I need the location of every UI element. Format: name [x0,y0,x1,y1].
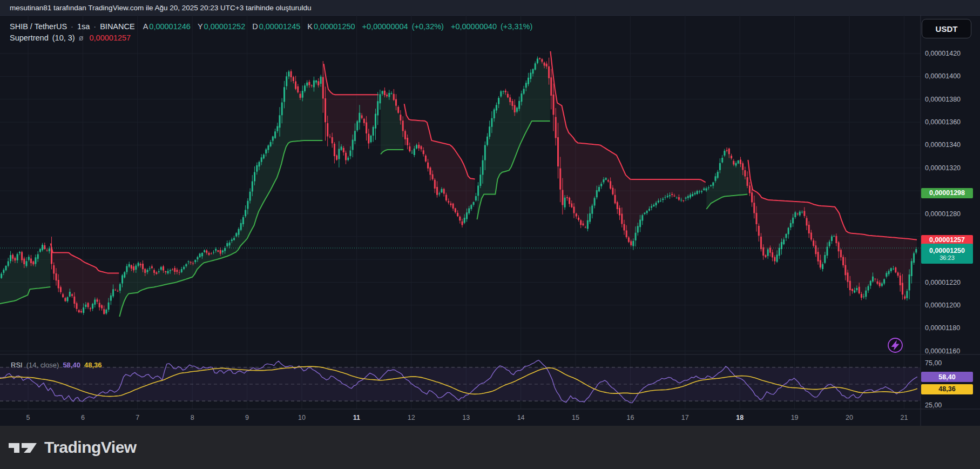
tradingview-logo-text: TradingView [44,438,137,457]
tradingview-snapshot: mesutinan81 tarafından TradingView.com i… [0,0,980,469]
price-tick-label: 0,00001420 [925,50,961,57]
supertrend-params: (10, 3) [52,34,75,42]
legend-separator: · [93,22,96,31]
price-chart-canvas[interactable] [0,0,980,469]
rsi-ma-value-badge: 48,36 [921,384,973,394]
time-tick-label: 13 [462,414,470,421]
time-tick-label: 7 [136,414,139,421]
symbol-interval: 1sa [77,22,90,31]
time-tick-label: 19 [791,414,799,421]
rsi-name: RSI [11,361,23,369]
price-tick-label: 0,00001280 [925,210,961,218]
last-price-badge: 0,0000125036:23 [921,244,973,264]
close-value: K0,00001250 [307,22,355,31]
price-tick-label: 0,00001380 [925,96,961,103]
price-tick-label: 0,00001340 [925,141,961,149]
tradingview-logo-icon [9,439,38,455]
price-tick-label: 0,00001320 [925,164,961,172]
currency-toggle-button[interactable]: USDT [922,19,971,38]
time-tick-label: 12 [408,414,415,421]
time-tick-label: 18 [736,414,744,421]
symbol-exchange: BINANCE [100,22,134,31]
change2-absolute: +0,00000040 [451,22,497,31]
high-value: Y0,00001252 [198,22,245,31]
price-tick-label: 0,00001360 [925,118,961,126]
change2-percent: (+3,31%) [501,22,532,31]
lightning-button[interactable] [888,338,902,352]
time-tick-label: 16 [626,414,634,421]
supertrend-value: 0,00001257 [90,34,131,42]
time-tick-label: 15 [572,414,579,421]
footer-bar: TradingView [0,426,980,469]
rsi-tick-label: 75,00 [925,359,942,367]
price-tick-label: 0,00001400 [925,72,961,80]
price-tick-label: 0,00001220 [925,279,961,286]
time-tick-label: 5 [26,414,30,421]
rsi-tick-label: 25,00 [925,401,942,409]
price-tick-label: 0,00001180 [925,324,960,332]
supertrend-up-price-badge: 0,00001298 [921,188,973,198]
time-tick-label: 11 [353,414,360,421]
open-value: A0,00001246 [143,22,191,31]
time-tick-label: 8 [191,414,194,421]
time-tick-label: 6 [81,414,85,421]
low-value: D0,00001245 [252,22,300,31]
price-tick-label: 0,00001160 [925,347,960,355]
symbol-name: SHIB / TetherUS [10,22,67,31]
time-tick-label: 10 [298,414,306,421]
symbol-legend-row[interactable]: SHIB / TetherUS · 1sa · BINANCE A0,00001… [10,21,532,32]
rsi-value: 58,40 [63,361,80,369]
chart-legend[interactable]: SHIB / TetherUS · 1sa · BINANCE A0,00001… [10,21,532,43]
time-tick-label: 14 [517,414,525,421]
supertrend-source-icon: ø [79,34,84,42]
time-tick-label: 17 [681,414,689,421]
rsi-legend-row[interactable]: RSI (14, close) 58,40 48,36 [11,361,102,369]
rsi-ma-value: 48,36 [84,361,102,369]
legend-separator: · [71,22,73,31]
price-tick-label: 0,00001200 [925,302,961,309]
change-percent: (+0,32%) [412,22,444,31]
time-tick-label: 20 [846,414,853,421]
bar-countdown: 36:23 [940,254,955,261]
time-tick-label: 9 [245,414,249,421]
tradingview-logo[interactable]: TradingView [9,438,137,457]
supertrend-legend-row[interactable]: Supertrend (10, 3) ø 0,00001257 [10,32,532,43]
rsi-params: (14, close) [26,361,59,369]
change-absolute: +0,00000004 [362,22,408,31]
rsi-value-badge: 58,40 [921,372,973,382]
time-tick-label: 21 [900,414,908,421]
supertrend-name: Supertrend [10,34,49,42]
